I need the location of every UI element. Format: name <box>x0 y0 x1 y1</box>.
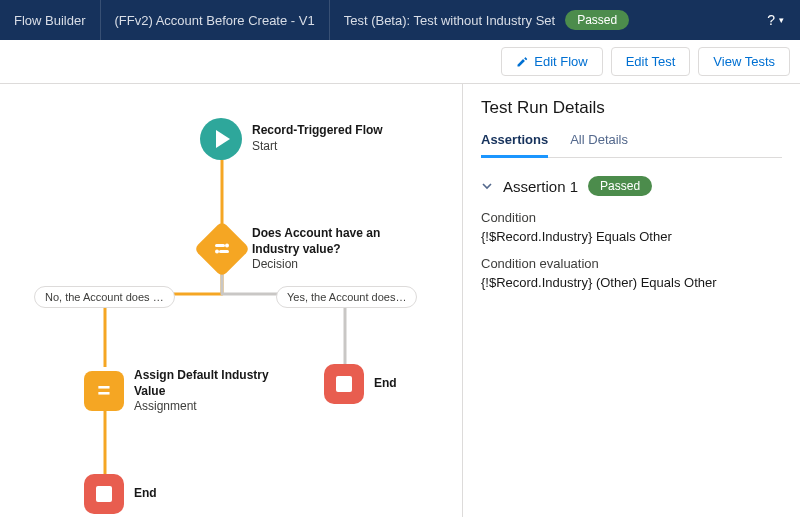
decision-node-label: Does Account have an Industry value?Deci… <box>252 226 402 273</box>
play-icon <box>200 118 242 160</box>
help-icon: ? <box>767 12 775 28</box>
end-label-left: End <box>134 486 157 502</box>
evaluation-label: Condition evaluation <box>481 256 782 271</box>
tab-all-details[interactable]: All Details <box>570 132 628 157</box>
pencil-icon <box>516 56 528 68</box>
svg-point-2 <box>225 244 229 248</box>
start-node[interactable]: Record-Triggered FlowStart <box>200 118 383 160</box>
svg-point-3 <box>215 250 219 254</box>
assertion-title: Assertion 1 <box>503 178 578 195</box>
tab-assertions[interactable]: Assertions <box>481 132 548 158</box>
svg-rect-0 <box>215 244 225 247</box>
end-label-right: End <box>374 376 397 392</box>
edit-test-button[interactable]: Edit Test <box>611 47 691 76</box>
start-node-label: Record-Triggered FlowStart <box>252 123 383 154</box>
test-status-pill: Passed <box>565 10 629 30</box>
edit-flow-label: Edit Flow <box>534 54 587 69</box>
svg-rect-1 <box>219 250 229 253</box>
stop-icon <box>324 364 364 404</box>
view-tests-button[interactable]: View Tests <box>698 47 790 76</box>
decision-icon <box>194 221 251 278</box>
chevron-down-icon: ▾ <box>779 15 784 25</box>
app-name[interactable]: Flow Builder <box>10 0 101 40</box>
edit-flow-button[interactable]: Edit Flow <box>501 47 602 76</box>
assignment-node[interactable]: = Assign Default Industry ValueAssignmen… <box>84 368 274 415</box>
evaluation-value: {!$Record.Industry} (Other) Equals Other <box>481 275 782 290</box>
assertion-header[interactable]: Assertion 1 Passed <box>481 176 782 196</box>
flow-name[interactable]: (FFv2) Account Before Create - V1 <box>101 0 330 40</box>
test-label: Test (Beta): Test without Industry Set <box>344 13 555 28</box>
stop-icon <box>84 474 124 514</box>
test-run-details-panel: Test Run Details Assertions All Details … <box>462 84 800 517</box>
condition-label: Condition <box>481 210 782 225</box>
branch-yes-label[interactable]: Yes, the Account does… <box>276 286 417 308</box>
chevron-down-icon <box>481 180 493 192</box>
test-run-name: Test (Beta): Test without Industry Set P… <box>330 0 644 40</box>
panel-title: Test Run Details <box>481 98 782 118</box>
top-navbar: Flow Builder (FFv2) Account Before Creat… <box>0 0 800 40</box>
decision-node[interactable]: Does Account have an Industry value?Deci… <box>202 226 402 273</box>
action-bar: Edit Flow Edit Test View Tests <box>0 40 800 84</box>
flow-canvas[interactable]: Record-Triggered FlowStart Does Account … <box>0 84 462 517</box>
help-menu[interactable]: ? ▾ <box>767 12 790 28</box>
assertion-status-pill: Passed <box>588 176 652 196</box>
assignment-icon: = <box>84 371 124 411</box>
condition-value: {!$Record.Industry} Equals Other <box>481 229 782 244</box>
branch-no-label[interactable]: No, the Account does … <box>34 286 175 308</box>
panel-tabs: Assertions All Details <box>481 132 782 158</box>
assignment-node-label: Assign Default Industry ValueAssignment <box>134 368 274 415</box>
end-node-right[interactable]: End <box>324 364 397 404</box>
end-node-left[interactable]: End <box>84 474 157 514</box>
